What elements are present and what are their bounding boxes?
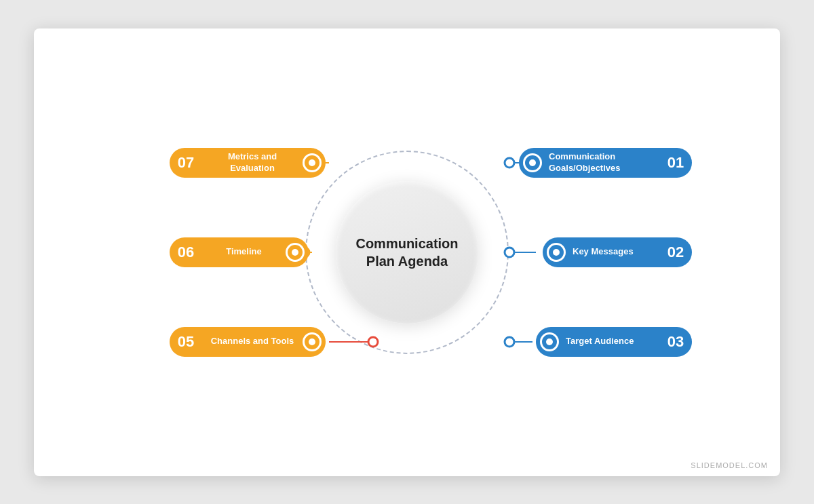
pill-05-dot xyxy=(303,332,322,351)
pill-03-number: 03 xyxy=(659,333,692,351)
watermark: SLIDEMODEL.COM xyxy=(691,461,768,469)
slide: CommunicationPlan Agenda 07 Metrics andE… xyxy=(34,28,780,476)
pill-01-number: 01 xyxy=(659,154,692,172)
pill-07-label: Metrics andEvaluation xyxy=(202,151,303,174)
pill-01-dot xyxy=(523,153,542,172)
pill-05-number: 05 xyxy=(170,333,202,351)
pill-01-label: CommunicationGoals/Objectives xyxy=(542,151,659,174)
center-circle: CommunicationPlan Agenda xyxy=(336,181,478,324)
pill-06-number: 06 xyxy=(170,244,202,261)
pill-07-dot xyxy=(303,153,322,172)
pill-07-number: 07 xyxy=(170,154,202,172)
pill-03-label: Target Audience xyxy=(559,336,659,347)
pill-02: Key Messages 02 xyxy=(543,237,692,267)
pill-06: 06 Timeline xyxy=(170,237,309,267)
center-circle-text: CommunicationPlan Agenda xyxy=(355,235,458,270)
pill-06-label: Timeline xyxy=(202,246,286,258)
pill-05-label: Channels and Tools xyxy=(202,336,303,347)
pill-02-label: Key Messages xyxy=(566,246,659,258)
pill-02-dot xyxy=(547,243,566,262)
svg-point-9 xyxy=(505,158,514,168)
pill-03: Target Audience 03 xyxy=(536,327,692,357)
pill-05: 05 Channels and Tools xyxy=(170,327,326,357)
pill-07: 07 Metrics andEvaluation xyxy=(170,148,326,178)
svg-point-11 xyxy=(505,337,514,347)
pill-01: CommunicationGoals/Objectives 01 xyxy=(519,148,692,178)
pill-06-dot xyxy=(286,243,305,262)
pill-03-dot xyxy=(540,332,559,351)
pill-02-number: 02 xyxy=(659,244,692,261)
